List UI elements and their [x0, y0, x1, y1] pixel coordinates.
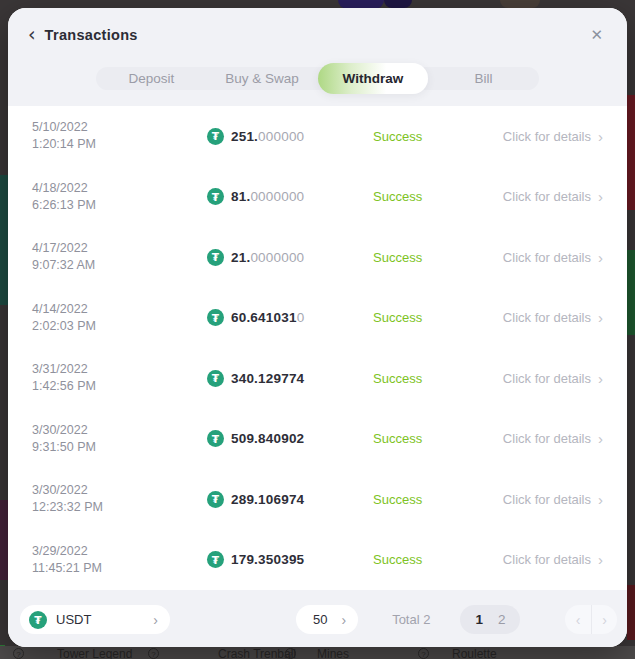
details-link[interactable]: Click for details ›	[503, 188, 603, 205]
table-row: 5/10/2022 1:20:14 PM ₮ 251.000000 Succes…	[32, 106, 603, 167]
details-link[interactable]: Click for details ›	[503, 249, 603, 266]
transaction-date: 4/18/2022	[32, 180, 207, 197]
page-button-1[interactable]: 1	[475, 612, 483, 627]
tether-icon: ₮	[207, 128, 224, 145]
chevron-right-icon: ›	[598, 249, 603, 266]
status-badge: Success	[373, 492, 483, 507]
transaction-time: 11:45:21 PM	[32, 560, 207, 577]
amount-trailing-zeros: 0000000	[250, 250, 304, 265]
modal-top: ‹ Transactions ✕ DepositBuy & SwapWithdr…	[8, 8, 627, 106]
tab-bill[interactable]: Bill	[428, 63, 539, 94]
tether-icon: ₮	[207, 370, 224, 387]
help-icon: ?	[148, 648, 159, 659]
transaction-datetime: 4/14/2022 2:02:03 PM	[32, 301, 207, 335]
transaction-amount: ₮ 251.000000	[207, 128, 373, 145]
modal-header: ‹ Transactions ✕	[24, 22, 611, 48]
chevron-right-icon: ›	[598, 551, 603, 568]
details-link[interactable]: Click for details ›	[503, 430, 603, 447]
table-row: 4/18/2022 6:26:13 PM ₮ 81.0000000 Succes…	[32, 167, 603, 228]
modal-footer: ₮ USDT › 50 › Total 2 12 ‹ ›	[8, 590, 627, 647]
close-icon[interactable]: ✕	[590, 26, 603, 44]
status-badge: Success	[373, 129, 483, 144]
background-blob	[0, 500, 8, 580]
details-label: Click for details	[503, 310, 591, 325]
page-button-2[interactable]: 2	[498, 612, 506, 627]
next-page-button[interactable]: ›	[591, 605, 617, 634]
transaction-amount: ₮ 179.350395	[207, 551, 373, 568]
background-blob	[627, 95, 635, 210]
tether-icon: ₮	[29, 611, 47, 629]
amount-main: 509.840902	[231, 431, 304, 446]
status-badge: Success	[373, 310, 483, 325]
chevron-right-icon: ›	[598, 491, 603, 508]
tab-withdraw[interactable]: Withdraw	[318, 63, 429, 94]
status-badge: Success	[373, 431, 483, 446]
details-label: Click for details	[503, 250, 591, 265]
status-badge: Success	[373, 371, 483, 386]
transaction-time: 2:02:03 PM	[32, 318, 207, 335]
table-row: 3/29/2022 11:45:21 PM ₮ 179.350395 Succe…	[32, 530, 603, 591]
tab-bar: DepositBuy & SwapWithdrawBill	[96, 67, 539, 90]
page-size-value: 50	[313, 612, 327, 627]
page-size-selector[interactable]: 50 ›	[296, 605, 358, 634]
prev-page-button[interactable]: ‹	[565, 605, 591, 634]
background-blob	[0, 175, 8, 305]
amount-main: 340.129774	[231, 371, 304, 386]
details-label: Click for details	[503, 371, 591, 386]
amount-main: 60.641031	[231, 310, 297, 325]
transaction-date: 3/31/2022	[32, 361, 207, 378]
tab-buy-swap[interactable]: Buy & Swap	[207, 63, 318, 94]
transaction-date: 3/30/2022	[32, 482, 207, 499]
transaction-date: 5/10/2022	[32, 119, 207, 136]
tether-icon: ₮	[207, 491, 224, 508]
status-badge: Success	[373, 250, 483, 265]
help-icon: ?	[285, 648, 296, 659]
back-icon[interactable]: ‹	[28, 24, 36, 44]
tab-deposit[interactable]: Deposit	[96, 63, 207, 94]
chevron-right-icon: ›	[598, 188, 603, 205]
help-icon: ?	[13, 648, 24, 659]
transaction-amount: ₮ 509.840902	[207, 430, 373, 447]
transaction-time: 9:07:32 AM	[32, 257, 207, 274]
details-label: Click for details	[503, 431, 591, 446]
status-badge: Success	[373, 552, 483, 567]
amount-trailing-zeros: 0000000	[250, 189, 304, 204]
details-link[interactable]: Click for details ›	[503, 551, 603, 568]
amount-main: 179.350395	[231, 552, 304, 567]
transaction-amount: ₮ 60.6410310	[207, 309, 373, 326]
details-label: Click for details	[503, 492, 591, 507]
amount-trailing-zeros: 000000	[258, 129, 304, 144]
background-blob	[627, 250, 635, 335]
details-label: Click for details	[503, 189, 591, 204]
currency-selector[interactable]: ₮ USDT ›	[20, 605, 170, 634]
transaction-time: 1:42:56 PM	[32, 378, 207, 395]
details-link[interactable]: Click for details ›	[503, 370, 603, 387]
tether-icon: ₮	[207, 188, 224, 205]
transaction-date: 4/14/2022	[32, 301, 207, 318]
background-game-name: Mines	[317, 647, 349, 659]
transaction-datetime: 3/31/2022 1:42:56 PM	[32, 361, 207, 395]
transaction-amount: ₮ 81.0000000	[207, 188, 373, 205]
help-icon: ?	[418, 648, 429, 659]
details-link[interactable]: Click for details ›	[503, 128, 603, 145]
amount-main: 251.	[231, 129, 258, 144]
pagination: 12	[460, 605, 520, 634]
details-link[interactable]: Click for details ›	[503, 309, 603, 326]
table-row: 3/30/2022 12:23:32 PM ₮ 289.106974 Succe…	[32, 469, 603, 530]
pagination-nav: ‹ ›	[565, 605, 617, 634]
status-badge: Success	[373, 189, 483, 204]
chevron-right-icon: ›	[598, 128, 603, 145]
transactions-modal: ‹ Transactions ✕ DepositBuy & SwapWithdr…	[8, 8, 627, 647]
details-label: Click for details	[503, 129, 591, 144]
details-link[interactable]: Click for details ›	[503, 491, 603, 508]
tether-icon: ₮	[207, 309, 224, 326]
page-title: Transactions	[45, 27, 138, 43]
transaction-time: 1:20:14 PM	[32, 136, 207, 153]
chevron-right-icon: ›	[598, 309, 603, 326]
table-row: 3/30/2022 9:31:50 PM ₮ 509.840902 Succes…	[32, 409, 603, 470]
details-label: Click for details	[503, 552, 591, 567]
transaction-date: 4/17/2022	[32, 240, 207, 257]
tether-icon: ₮	[207, 551, 224, 568]
transactions-list: 5/10/2022 1:20:14 PM ₮ 251.000000 Succes…	[8, 106, 627, 590]
table-row: 3/31/2022 1:42:56 PM ₮ 340.129774 Succes…	[32, 348, 603, 409]
